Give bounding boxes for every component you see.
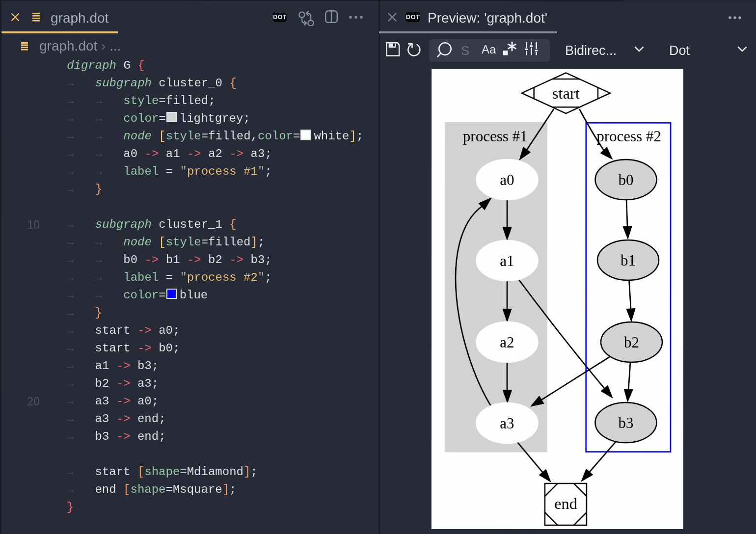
svg-text:b1: b1	[621, 252, 636, 269]
svg-text:b0: b0	[619, 171, 634, 188]
svg-text:process #1: process #1	[463, 128, 528, 145]
svg-text:a2: a2	[500, 334, 514, 351]
svg-text:b2: b2	[624, 334, 639, 351]
svg-text:end: end	[554, 494, 577, 512]
svg-text:b3: b3	[618, 414, 633, 431]
svg-text:process #2: process #2	[596, 128, 661, 145]
svg-text:a3: a3	[500, 415, 514, 432]
svg-text:a1: a1	[500, 252, 514, 269]
svg-text:a0: a0	[500, 171, 514, 188]
svg-text:start: start	[552, 84, 580, 102]
